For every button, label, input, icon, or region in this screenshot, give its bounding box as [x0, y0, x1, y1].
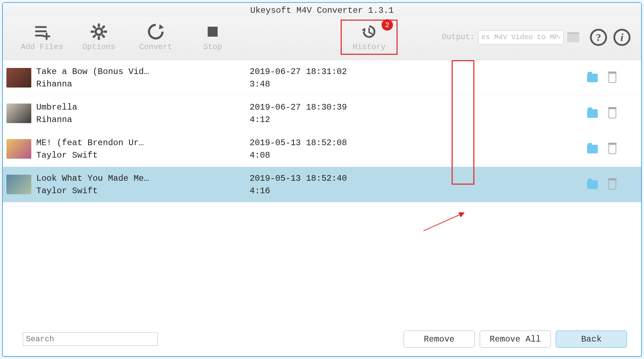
remove-button[interactable]: Remove [404, 331, 475, 348]
history-label: History [353, 43, 385, 52]
delete-icon[interactable] [608, 180, 616, 190]
svg-rect-8 [91, 31, 94, 33]
video-title: Take a Bow (Bonus Vid… [36, 67, 250, 76]
video-date: 2019-06-27 18:31:02 [250, 67, 347, 76]
right-icons: ? i [590, 29, 630, 46]
svg-rect-13 [101, 34, 105, 38]
row-meta-col: 2019-06-27 18:31:023:48 [250, 67, 347, 89]
svg-rect-12 [92, 25, 96, 29]
row-actions [587, 180, 638, 190]
svg-rect-10 [101, 25, 105, 29]
video-date: 2019-06-27 18:30:39 [250, 102, 347, 112]
row-meta-col: 2019-05-13 18:52:084:08 [250, 138, 347, 160]
stop-icon [204, 23, 222, 41]
video-title: Umbrella [36, 102, 250, 112]
video-title: ME! (feat Brendon Ur… [36, 138, 250, 148]
stop-label: Stop [203, 43, 222, 52]
row-title-col: Look What You Made Me…Taylor Swift [36, 174, 250, 196]
output-path-field[interactable] [478, 30, 564, 44]
video-thumbnail [6, 139, 31, 159]
history-button[interactable]: History 2 [341, 20, 398, 55]
convert-button[interactable]: Convert [127, 23, 184, 52]
help-icon[interactable]: ? [590, 29, 607, 46]
svg-marker-14 [159, 24, 164, 29]
video-duration: 3:48 [250, 79, 347, 89]
add-files-button[interactable]: Add Files [14, 23, 70, 52]
history-row[interactable]: Take a Bow (Bonus Vid…Rihanna2019-06-27 … [3, 60, 641, 96]
toolbar: Add Files Options Convert Stop History [3, 17, 641, 60]
svg-point-5 [96, 28, 102, 35]
svg-rect-11 [92, 34, 96, 38]
options-button[interactable]: Options [70, 23, 127, 52]
gear-icon [90, 23, 108, 41]
browse-folder-button[interactable] [567, 32, 579, 42]
row-title-col: ME! (feat Brendon Ur…Taylor Swift [36, 138, 250, 160]
annotation-arrow [423, 212, 464, 231]
history-icon [360, 23, 378, 41]
row-actions [587, 144, 638, 154]
app-window: Ukeysoft M4V Converter 1.3.1 Add Files O… [2, 2, 642, 357]
row-actions [587, 109, 638, 118]
options-label: Options [83, 43, 115, 52]
footer: Remove Remove All Back [3, 324, 641, 356]
add-files-label: Add Files [21, 43, 63, 52]
remove-all-button[interactable]: Remove All [480, 331, 551, 348]
add-files-icon [33, 23, 51, 41]
svg-rect-7 [98, 36, 100, 40]
history-list: Take a Bow (Bonus Vid…Rihanna2019-06-27 … [3, 60, 641, 324]
video-date: 2019-05-13 18:52:40 [250, 174, 347, 183]
video-date: 2019-05-13 18:52:08 [250, 138, 347, 148]
window-title: Ukeysoft M4V Converter 1.3.1 [3, 3, 641, 17]
delete-icon[interactable] [608, 144, 616, 154]
video-artist: Taylor Swift [36, 151, 250, 160]
output-group: Output: [442, 30, 579, 44]
open-folder-icon[interactable] [587, 74, 598, 82]
svg-rect-6 [98, 23, 100, 27]
open-folder-icon[interactable] [587, 109, 598, 118]
video-thumbnail [6, 104, 31, 123]
svg-rect-15 [208, 27, 218, 37]
delete-icon[interactable] [608, 73, 616, 83]
video-artist: Rihanna [36, 115, 250, 125]
video-thumbnail [6, 68, 31, 88]
open-folder-icon[interactable] [587, 145, 598, 153]
info-icon[interactable]: i [613, 29, 630, 46]
row-meta-col: 2019-05-13 18:52:404:16 [250, 174, 347, 196]
history-badge: 2 [382, 19, 393, 31]
row-title-col: UmbrellaRihanna [36, 102, 250, 125]
video-duration: 4:16 [250, 186, 347, 196]
video-duration: 4:08 [250, 151, 347, 160]
back-button[interactable]: Back [556, 331, 627, 348]
convert-label: Convert [139, 43, 172, 52]
history-row[interactable]: Look What You Made Me…Taylor Swift2019-0… [3, 167, 641, 202]
row-meta-col: 2019-06-27 18:30:394:12 [250, 102, 347, 125]
history-row[interactable]: UmbrellaRihanna2019-06-27 18:30:394:12 [3, 96, 641, 131]
stop-button[interactable]: Stop [184, 23, 241, 52]
output-label: Output: [442, 33, 475, 42]
svg-rect-9 [103, 31, 107, 33]
row-title-col: Take a Bow (Bonus Vid…Rihanna [36, 67, 250, 89]
cycle-icon [147, 23, 165, 41]
video-duration: 4:12 [250, 115, 347, 125]
svg-line-18 [369, 32, 372, 34]
open-folder-icon[interactable] [587, 180, 598, 189]
row-actions [587, 73, 638, 83]
video-artist: Rihanna [36, 79, 250, 89]
video-artist: Taylor Swift [36, 186, 250, 196]
svg-marker-16 [362, 28, 365, 32]
delete-icon[interactable] [608, 109, 616, 118]
video-thumbnail [6, 175, 31, 194]
search-input[interactable] [23, 332, 158, 346]
video-title: Look What You Made Me… [36, 174, 250, 183]
history-row[interactable]: ME! (feat Brendon Ur…Taylor Swift2019-05… [3, 131, 641, 167]
